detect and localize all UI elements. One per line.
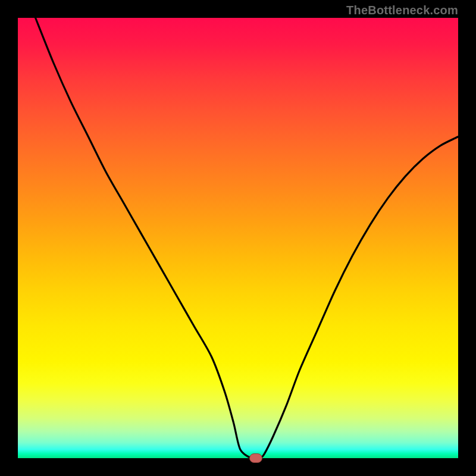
optimal-marker xyxy=(249,453,262,463)
plot-area xyxy=(18,18,458,458)
curve-svg xyxy=(18,18,458,458)
chart-container: TheBottleneck.com xyxy=(0,0,476,476)
bottleneck-curve xyxy=(36,18,458,459)
attribution-label: TheBottleneck.com xyxy=(346,4,458,17)
